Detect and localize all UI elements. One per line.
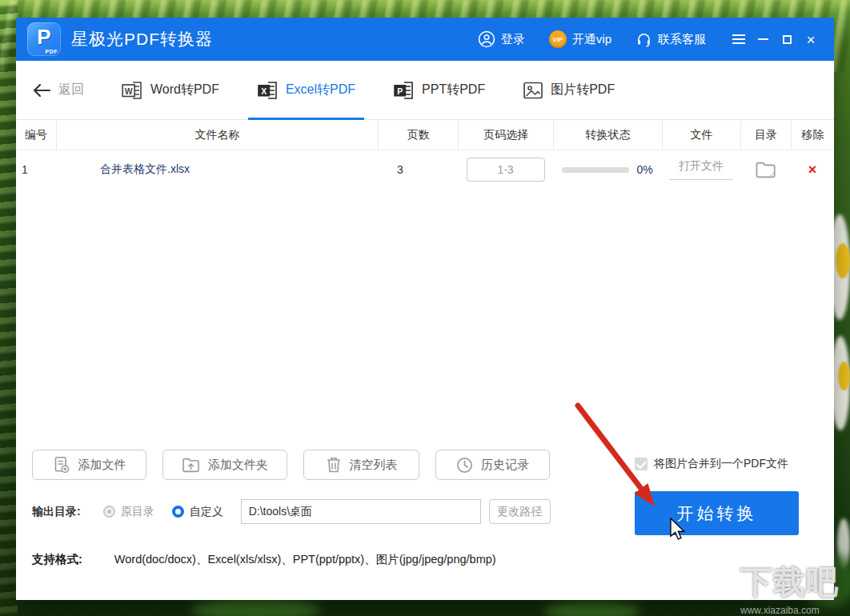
output-directory-row: 输出目录: 原目录 自定义 更改路径 (32, 499, 551, 524)
tab-ppt-to-pdf[interactable]: P PPT转PDF (393, 61, 485, 119)
supported-formats-label: 支持格式: (32, 552, 82, 567)
vip-label: 开通vip (572, 32, 611, 47)
radio-original-directory[interactable]: 原目录 (103, 505, 154, 519)
add-folder-icon (182, 457, 200, 474)
row-pages: 3 (378, 163, 458, 176)
tab-word-to-pdf[interactable]: W Word转PDF (122, 61, 219, 119)
row-filename: 合并表格文件.xlsx (56, 162, 378, 177)
file-table-header: 编号 文件名称 页数 页码选择 转换状态 文件 目录 移除 (16, 120, 834, 150)
logo-letter: P (27, 25, 61, 50)
merge-label: 将图片合并到一个PDF文件 (654, 457, 788, 471)
word-doc-icon: W (122, 80, 143, 101)
radio-custom-directory[interactable]: 自定义 (172, 505, 223, 519)
svg-text:P: P (397, 86, 403, 95)
column-header-pages: 页数 (378, 120, 458, 150)
tab-label: PPT转PDF (422, 82, 485, 98)
add-file-icon (53, 456, 70, 474)
row-file-cell: 打开文件 (662, 159, 740, 180)
minimize-button[interactable] (751, 27, 775, 51)
menu-button[interactable] (727, 27, 751, 51)
trash-icon (326, 456, 342, 474)
leaf-highlight (544, 602, 640, 616)
output-path-input[interactable] (241, 499, 481, 524)
radio-original-label: 原目录 (121, 505, 154, 519)
excel-doc-icon: X (257, 80, 279, 101)
open-vip-button[interactable]: VIP 开通vip (549, 30, 611, 48)
svg-text:X: X (261, 86, 267, 95)
vip-icon: VIP (549, 30, 567, 48)
column-header-remove: 移除 (791, 120, 834, 150)
close-button[interactable]: × (799, 27, 823, 51)
page-range-input[interactable] (467, 158, 545, 182)
row-status-cell: 0% (553, 163, 662, 176)
login-label: 登录 (501, 32, 525, 47)
add-file-label: 添加文件 (78, 458, 126, 473)
support-label: 联系客服 (658, 32, 706, 47)
contact-support-button[interactable]: 联系客服 (635, 31, 706, 48)
column-header-status: 转换状态 (553, 120, 662, 150)
row-pagerange-cell (458, 158, 553, 182)
column-header-number: 编号 (16, 120, 56, 150)
change-path-button[interactable]: 更改路径 (489, 499, 551, 524)
clear-list-label: 清空列表 (350, 458, 398, 473)
history-button[interactable]: 历史记录 (435, 450, 550, 480)
close-icon: × (806, 32, 815, 47)
table-row: 1 合并表格文件.xlsx 3 0% 打开文件 × (16, 150, 834, 189)
tab-image-to-pdf[interactable]: 图片转PDF (523, 61, 615, 119)
ppt-doc-icon: P (393, 80, 415, 101)
login-button[interactable]: 登录 (478, 30, 525, 48)
add-file-button[interactable]: 添加文件 (32, 450, 146, 480)
start-convert-button[interactable]: 开始转换 (635, 491, 799, 535)
row-remove-cell: × (791, 162, 834, 178)
minimize-icon (758, 38, 768, 40)
row-directory-cell (740, 160, 791, 179)
radio-custom-label: 自定义 (190, 505, 223, 519)
back-label: 返回 (58, 82, 84, 98)
merge-option: 将图片合并到一个PDF文件 (635, 457, 788, 471)
tab-excel-to-pdf[interactable]: X Excel转PDF (257, 61, 355, 119)
daisy-center (836, 243, 850, 278)
folder-icon[interactable] (755, 160, 777, 179)
merge-checkbox[interactable] (635, 458, 648, 470)
column-header-pagerange: 页码选择 (458, 120, 553, 150)
tab-label: Word转PDF (150, 82, 219, 98)
open-file-link[interactable]: 打开文件 (669, 159, 733, 180)
app-title: 星极光PDF转换器 (71, 28, 213, 50)
maximize-button[interactable] (775, 27, 799, 51)
toolbar-buttons: 添加文件 添加文件夹 清空列表 历史记录 (32, 450, 550, 480)
column-header-directory: 目录 (740, 120, 791, 150)
row-number: 1 (16, 163, 56, 176)
logo-pdf-text: PDF (46, 49, 58, 54)
window-controls: × (727, 27, 823, 51)
hamburger-icon (732, 34, 745, 44)
leaf-highlight (192, 598, 320, 616)
radio-off-icon (103, 506, 115, 518)
titlebar-actions: 登录 VIP 开通vip 联系客服 × (454, 27, 823, 51)
progress-bar (562, 167, 629, 173)
svg-text:W: W (125, 86, 133, 95)
daisy-center (838, 362, 850, 390)
headset-icon (635, 31, 652, 48)
app-window: P PDF 星极光PDF转换器 登录 VIP 开通vip (16, 18, 834, 600)
back-arrow-icon (32, 83, 51, 98)
grass-texture-left (0, 0, 18, 616)
clear-list-button[interactable]: 清空列表 (303, 450, 419, 480)
progress-label: 0% (636, 163, 652, 176)
column-header-file: 文件 (662, 120, 740, 150)
history-label: 历史记录 (481, 458, 529, 473)
remove-file-button[interactable]: × (808, 162, 817, 178)
supported-formats-value: Word(doc/docx)、Excel(xls/xlsx)、PPT(ppt/p… (114, 552, 496, 567)
person-circle-icon (478, 30, 495, 48)
add-folder-label: 添加文件夹 (208, 458, 268, 473)
output-directory-label: 输出目录: (32, 505, 81, 519)
radio-on-icon (172, 506, 184, 518)
maximize-icon (783, 35, 792, 44)
supported-formats-row: 支持格式: Word(doc/docx)、Excel(xls/xlsx)、PPT… (32, 552, 496, 567)
tab-label: Excel转PDF (286, 82, 355, 98)
tabbar: 返回 W Word转PDF X Excel转PDF (16, 61, 834, 120)
add-folder-button[interactable]: 添加文件夹 (162, 450, 287, 480)
titlebar: P PDF 星极光PDF转换器 登录 VIP 开通vip (16, 18, 834, 61)
back-button[interactable]: 返回 (32, 82, 84, 98)
tab-label: 图片转PDF (551, 82, 615, 98)
column-header-filename: 文件名称 (56, 120, 378, 150)
